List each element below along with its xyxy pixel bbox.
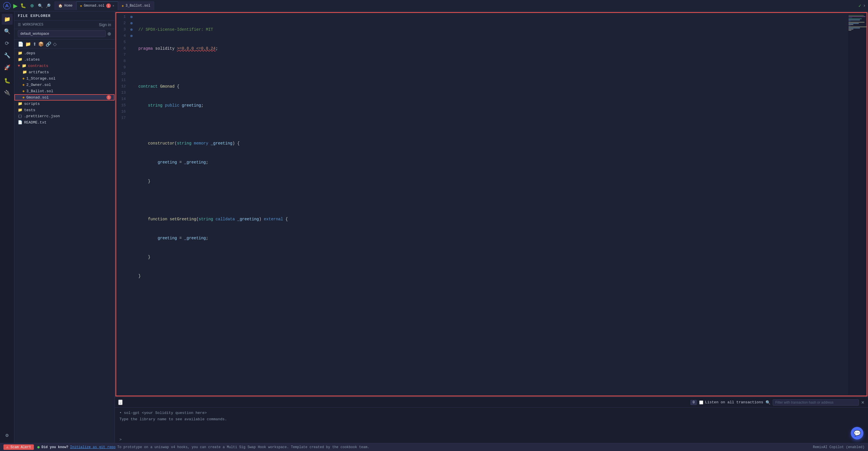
hamburger-icon: ☰ — [18, 23, 21, 27]
folder-icon: ▼ — [18, 64, 20, 68]
panel-toggle-button[interactable]: ⌄ — [118, 400, 123, 405]
sol-gpt-command: • sol-gpt <your Solidity question here> — [119, 411, 207, 415]
code-line-6 — [138, 121, 843, 128]
code-editor[interactable]: 12345 678910 1112131415 1617 — [115, 11, 868, 397]
file-item-label: 1_Storage.sol — [26, 77, 111, 81]
forward-icon: › — [863, 3, 866, 8]
run-button[interactable]: ▶ — [13, 2, 18, 9]
zoom-out-button[interactable]: 🔎 — [44, 3, 52, 9]
scam-alert-text: ⚠ Scam Alert — [6, 445, 31, 449]
tab-ballot[interactable]: ◈ 3_Ballot.sol — [118, 1, 154, 10]
filter-close-button[interactable]: ✕ — [861, 400, 865, 405]
file-item-scripts[interactable]: 📁 scripts — [14, 101, 115, 107]
zoom-in-button[interactable]: 🔍 — [37, 3, 44, 9]
sidebar-icon-deploy[interactable]: 🚀 — [2, 62, 12, 73]
debug-button[interactable]: 🐛 — [19, 2, 27, 9]
tab-home[interactable]: 🏠 Home — [55, 1, 76, 10]
file-toolbar: 📄 📁 ⬆ 📦 🔗 ◇ — [14, 40, 115, 49]
folder-icon: 📁 — [18, 102, 22, 106]
transaction-count: 0 — [690, 400, 697, 405]
folder-icon: 📁 — [18, 108, 22, 112]
file-item-label: README.txt — [24, 120, 111, 125]
new-file-button[interactable]: 📄 — [18, 41, 24, 47]
checkmark-icon: ✓ — [859, 3, 861, 9]
tab-gmonad-label: Gmonad.sol — [84, 4, 104, 8]
breakpoint-dot[interactable] — [130, 16, 133, 18]
file-item-label: .deps — [24, 51, 111, 55]
file-item-readme[interactable]: 📄 README.txt — [14, 119, 115, 125]
file-explorer: FILE EXPLORER ☰ WORKSPACES Sign in ⊕ 📄 📁… — [14, 11, 115, 443]
file-item-label: 2_Owner.sol — [26, 83, 111, 87]
file-explorer-title: FILE EXPLORER — [18, 14, 51, 18]
remix-logo — [2, 1, 11, 10]
home-icon: 🏠 — [58, 4, 63, 8]
git-button[interactable]: ◇ — [53, 41, 57, 47]
sign-in-button[interactable]: Sign in — [99, 22, 111, 27]
plugin-button[interactable]: ⊕ — [29, 2, 35, 9]
tab-gmonad-badge: 1 — [106, 3, 111, 8]
file-item-1storage[interactable]: ◈ 1_Storage.sol — [14, 75, 115, 82]
zoom-controls: 🔍 🔎 — [37, 3, 52, 9]
sidebar-icon-compile[interactable]: 🔧 — [2, 50, 12, 61]
line-dots — [129, 14, 134, 395]
sidebar-icon-debug[interactable]: 🐛 — [2, 75, 12, 86]
bottom-content: • sol-gpt <your Solidity question here> … — [115, 407, 868, 436]
editor-main: 12345 678910 1112131415 1617 — [115, 11, 868, 397]
file-explorer-header: FILE EXPLORER — [14, 11, 115, 21]
json-file-icon: {} — [18, 114, 22, 118]
prompt-input-area: > — [115, 436, 868, 443]
status-dot — [37, 446, 40, 448]
file-item-contracts[interactable]: ▼ 📁 contracts — [14, 63, 115, 69]
sidebar-icon-plugin[interactable]: 🔌 — [2, 87, 12, 98]
file-item-prettierrc[interactable]: {} .prettierrc.json — [14, 113, 115, 119]
tab-home-label: Home — [64, 4, 73, 8]
filter-input[interactable] — [773, 399, 859, 405]
file-item-artifacts[interactable]: 📁 artifacts — [14, 69, 115, 75]
sidebar-icons: 📁 🔍 ⟳ 🔧 🚀 🐛 🔌 ⚙ — [0, 11, 14, 443]
file-item-label: .states — [24, 57, 111, 62]
upload-button[interactable]: ⬆ — [33, 41, 36, 47]
sol-file-icon: ◈ — [22, 76, 25, 81]
sidebar-icon-git[interactable]: ⟳ — [2, 38, 12, 49]
gmonad-badge: 1 — [106, 95, 111, 100]
code-line-12: greeting = _greeting; — [138, 235, 843, 241]
file-item-tests[interactable]: 📁 tests — [14, 107, 115, 113]
workspaces-text: WORKSPACES — [23, 23, 43, 27]
workspaces-row: ☰ WORKSPACES Sign in — [14, 21, 115, 29]
breakpoint-dot[interactable] — [130, 35, 133, 37]
workspace-name-input[interactable] — [18, 30, 105, 37]
breakpoint-dot[interactable] — [130, 22, 133, 24]
sidebar-icon-settings[interactable]: ⚙ — [2, 430, 12, 441]
sidebar-icon-search[interactable]: 🔍 — [2, 26, 12, 37]
listen-checkbox[interactable] — [699, 400, 703, 404]
status-tip: Did you know? Initialize as git repo To … — [37, 445, 809, 449]
folder-icon-contracts: 📁 — [22, 63, 26, 68]
workspace-menu-button[interactable]: ⊕ — [107, 31, 111, 36]
sidebar-icon-files[interactable]: 📁 — [2, 14, 12, 25]
git-init-link[interactable]: Initialize as git repo — [70, 445, 115, 449]
code-line-13: } — [138, 254, 843, 260]
scam-alert[interactable]: ⚠ Scam Alert — [3, 444, 34, 450]
copilot-status: RemixAI Copilot (enabled) — [813, 445, 865, 449]
tab-gmonad-close[interactable]: ✕ — [113, 4, 114, 7]
code-line-14: } — [138, 273, 843, 279]
new-folder-button[interactable]: 📁 — [25, 41, 31, 47]
file-item-2owner[interactable]: ◈ 2_Owner.sol — [14, 82, 115, 88]
tip-bold: Did you know? — [41, 445, 68, 449]
link-button[interactable]: 🔗 — [45, 41, 51, 47]
bottom-toolbar: ⌄ 0 Listen on all transactions 🔍 ✕ — [115, 397, 868, 407]
file-item-deps[interactable]: 📁 .deps — [14, 50, 115, 56]
tab-gmonad[interactable]: ◈ Gmonad.sol 1 ✕ — [76, 1, 118, 10]
sol-file-icon: ◈ — [22, 89, 25, 93]
npm-button[interactable]: 📦 — [38, 41, 44, 47]
file-item-states[interactable]: 📁 .states — [14, 56, 115, 63]
file-item-label: Gmonad.sol — [26, 95, 105, 100]
listen-checkbox-area: Listen on all transactions — [699, 400, 763, 404]
listen-label: Listen on all transactions — [705, 400, 763, 404]
filter-search-button[interactable]: 🔍 — [766, 400, 770, 405]
file-item-3ballot[interactable]: ◈ 3_Ballot.sol — [14, 88, 115, 94]
chat-bubble[interactable]: 💬 — [851, 427, 863, 440]
file-item-gmonad[interactable]: ◈ Gmonad.sol 1 — [14, 94, 115, 101]
breakpoint-dot[interactable] — [130, 28, 133, 31]
code-line-8: greeting = _greeting; — [138, 159, 843, 166]
